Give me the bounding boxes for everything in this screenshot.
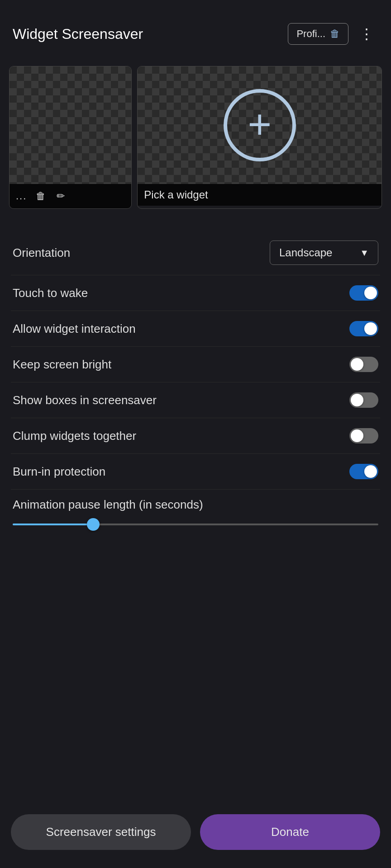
clump-widgets-track [349,428,378,443]
allow-widget-interaction-track [349,321,378,336]
touch-to-wake-thumb [364,287,377,299]
burn-in-protection-row: Burn-in protection [11,454,380,490]
animation-pause-row: Animation pause length (in seconds) [11,490,380,535]
widget-area: ... 🗑 ✏ + Pick a widget [0,59,391,223]
clump-widgets-thumb [351,429,363,442]
burn-in-protection-track [349,464,378,479]
slider-thumb[interactable] [87,518,100,531]
profile-label: Profi... [296,28,325,40]
add-widget-card[interactable]: + Pick a widget [137,66,382,209]
app-title: Widget Screensaver [13,26,281,42]
animation-pause-slider-container [13,519,378,530]
touch-to-wake-row: Touch to wake [11,275,380,311]
orientation-value: Landscape [279,246,332,259]
add-widget-circle-icon: + [224,89,296,161]
allow-widget-interaction-label: Allow widget interaction [13,322,136,336]
keep-screen-bright-thumb [351,358,363,371]
profile-delete-icon: 🗑 [330,28,340,40]
allow-widget-interaction-thumb [364,322,377,335]
donate-button[interactable]: Donate [200,814,380,850]
add-widget-preview: + [138,66,381,184]
animation-pause-label: Animation pause length (in seconds) [13,498,378,512]
allow-widget-interaction-toggle[interactable] [349,321,378,336]
keep-screen-bright-label: Keep screen bright [13,358,111,372]
keep-screen-bright-track [349,357,378,372]
settings-section: Orientation Landscape ▼ Touch to wake Al… [0,223,391,803]
show-boxes-row: Show boxes in screensaver [11,382,380,418]
show-boxes-thumb [351,394,363,406]
widget-card-footer: ... 🗑 ✏ [10,184,131,208]
keep-screen-bright-row: Keep screen bright [11,347,380,382]
more-options-button[interactable]: ⋮ [356,22,378,46]
allow-widget-interaction-row: Allow widget interaction [11,311,380,347]
slider-track [13,524,378,525]
orientation-label: Orientation [13,246,70,260]
clump-widgets-row: Clump widgets together [11,418,380,454]
touch-to-wake-toggle[interactable] [349,285,378,301]
widget-preview [10,66,131,184]
keep-screen-bright-toggle[interactable] [349,357,378,372]
app-header: Widget Screensaver Profi... 🗑 ⋮ [0,0,391,59]
add-widget-label: Pick a widget [144,189,208,201]
show-boxes-toggle[interactable] [349,392,378,408]
existing-widget-card[interactable]: ... 🗑 ✏ [9,66,132,209]
burn-in-protection-thumb [364,465,377,478]
clump-widgets-toggle[interactable] [349,428,378,443]
orientation-dropdown[interactable]: Landscape ▼ [270,241,378,265]
profile-button[interactable]: Profi... 🗑 [288,23,348,45]
add-widget-footer: Pick a widget [138,184,381,206]
show-boxes-track [349,392,378,408]
widget-delete-button[interactable]: 🗑 [34,189,48,204]
bottom-bar: Screensaver settings Donate [0,803,391,868]
add-widget-plus-icon: + [248,104,272,145]
show-boxes-label: Show boxes in screensaver [13,393,157,407]
touch-to-wake-track [349,285,378,301]
screensaver-settings-button[interactable]: Screensaver settings [11,814,191,850]
burn-in-protection-label: Burn-in protection [13,465,105,479]
orientation-row: Orientation Landscape ▼ [11,232,380,275]
burn-in-protection-toggle[interactable] [349,464,378,479]
slider-fill [13,524,93,525]
clump-widgets-label: Clump widgets together [13,429,136,443]
widget-menu-dots: ... [16,190,27,202]
touch-to-wake-label: Touch to wake [13,286,88,300]
widget-edit-button[interactable]: ✏ [55,189,67,204]
chevron-down-icon: ▼ [360,248,369,258]
